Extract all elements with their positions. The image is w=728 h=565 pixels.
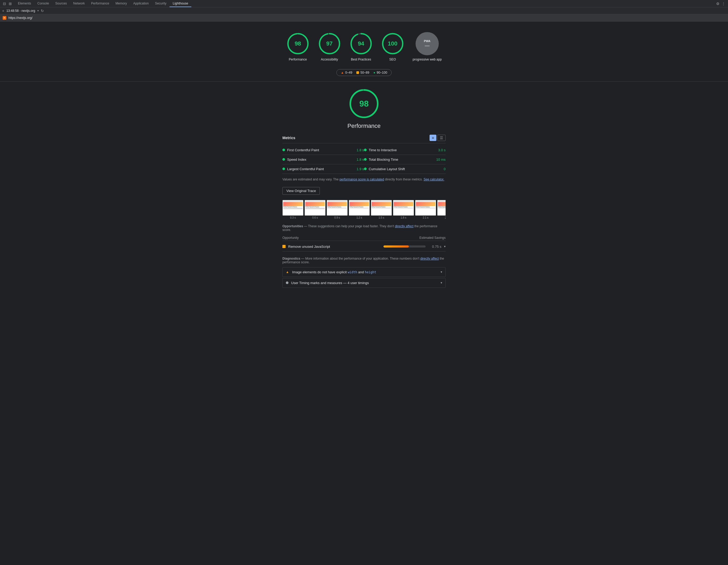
filmstrip-page-7: The React Framework for Production	[415, 200, 436, 216]
see-calculator-link[interactable]: See calculator.	[423, 178, 444, 181]
filmstrip-label-5: 1.5 s	[371, 216, 392, 219]
score-label-accessibility: Accessibility	[321, 57, 338, 62]
metric-cls: Cumulative Layout Shift 0	[364, 164, 446, 174]
perf-score-calc-link[interactable]: performance score is calculated	[340, 178, 384, 181]
metric-dot-tbt	[364, 158, 367, 161]
metrics-grid: First Contentful Paint 1.8 s Speed Index…	[282, 146, 446, 174]
code-width: width	[348, 271, 357, 274]
tab-application[interactable]: Application	[130, 0, 152, 7]
directly-affect-link-opps[interactable]: directly affect	[395, 225, 413, 228]
tab-elements[interactable]: Elements	[15, 0, 34, 7]
undock-icon[interactable]: ⊞	[8, 1, 13, 6]
devtools-right-controls: ⚙ ⋮	[715, 1, 726, 6]
filmstrip-thumb-1: The React Framework for Production	[282, 200, 303, 216]
metric-si: Speed Index 1.8 s	[282, 155, 364, 164]
diag-chevron-2[interactable]: ▾	[441, 281, 442, 284]
tab-performance[interactable]: Performance	[88, 0, 112, 7]
dock-icon[interactable]: ⊟	[2, 1, 7, 6]
toggle-treemap[interactable]: ≡	[430, 135, 436, 141]
session-chevron-icon[interactable]: ▾	[37, 9, 39, 12]
metrics-toggle: ≡ ☰	[430, 135, 446, 141]
filmstrip: The React Framework for Production 0.3 s…	[282, 200, 446, 219]
fp-header-6	[394, 201, 413, 202]
tab-memory[interactable]: Memory	[112, 0, 130, 7]
pwa-circle: PWA —	[416, 32, 439, 55]
filmstrip-page-3: The React Framework for Production	[327, 200, 347, 216]
legend-good-label: 90–100	[377, 71, 387, 74]
metric-name-tti: Time to Interactive	[369, 148, 436, 152]
score-pwa: PWA — progressive web app	[413, 32, 442, 62]
tab-network[interactable]: Network	[70, 0, 88, 7]
diagnostic-row-1[interactable]: ▲ Image elements do not have explicit wi…	[282, 267, 446, 277]
diagnostics-title: Diagnostics	[282, 257, 300, 261]
site-favicon: N	[3, 16, 6, 20]
large-score-circle: 98	[348, 88, 380, 119]
metric-fcp: First Contentful Paint 1.8 s	[282, 146, 364, 155]
fp-title-4: The React Framework for Production	[350, 207, 369, 208]
tab-sources[interactable]: Sources	[52, 0, 70, 7]
legend-good-icon: ●	[373, 71, 375, 74]
opp-chevron-1[interactable]: ▾	[444, 245, 446, 248]
filmstrip-label-2: 0.6 s	[305, 216, 326, 219]
fp-header-4	[350, 201, 369, 202]
view-trace-button[interactable]: View Original Trace	[282, 187, 320, 195]
tab-console[interactable]: Console	[34, 0, 52, 7]
opportunity-row-1[interactable]: Remove unused JavaScript 0.75 s ▾	[282, 242, 446, 252]
filmstrip-label-7: 2.1 s	[415, 216, 436, 219]
fp-text-2b	[305, 209, 325, 209]
metric-value-si: 1.8 s	[357, 158, 364, 162]
legend-average-label: 50–89	[360, 71, 369, 74]
fp-hero-7	[416, 202, 435, 206]
metric-dot-lcp	[282, 168, 285, 170]
directly-affect-link-diag[interactable]: directly affect	[420, 257, 439, 261]
devtools-tabs: Elements Console Sources Network Perform…	[15, 0, 191, 7]
metric-tbt: Total Blocking Time 10 ms	[364, 155, 446, 164]
diagnostic-row-2[interactable]: User Timing marks and measures — 4 user …	[282, 278, 446, 288]
fp-hero-4	[350, 202, 369, 206]
metric-name-fcp: First Contentful Paint	[287, 148, 355, 152]
fp-header-5	[372, 201, 391, 202]
fp-text-7a	[416, 208, 435, 208]
score-best-practices: 94 Best Practices	[350, 32, 373, 62]
filmstrip-page-8: The React Framework for Production	[437, 200, 446, 216]
metric-value-fcp: 1.8 s	[357, 148, 364, 152]
toggle-list[interactable]: ☰	[437, 135, 446, 141]
legend-fail-label: 0–49	[345, 71, 352, 74]
filmstrip-label-1: 0.3 s	[282, 216, 303, 219]
fp-text-3a	[327, 208, 347, 208]
fp-title-8: The React Framework for Production	[438, 207, 446, 208]
filmstrip-frame-6: The React Framework for Production 1.8 s	[393, 200, 414, 219]
filmstrip-page-4: The React Framework for Production	[349, 200, 370, 216]
metrics-header: Metrics ≡ ☰	[282, 135, 446, 143]
filmstrip-thumb-3: The React Framework for Production	[327, 200, 348, 216]
filmstrip-frame-3: The React Framework for Production 0.9 s	[327, 200, 348, 219]
tab-lighthouse[interactable]: Lighthouse	[169, 0, 191, 7]
fp-text-5a	[372, 208, 391, 208]
diag-chevron-1[interactable]: ▾	[441, 270, 442, 274]
legend-average-icon	[356, 71, 359, 74]
settings-icon[interactable]: ⚙	[715, 1, 720, 6]
metrics-title: Metrics	[282, 136, 295, 140]
more-icon[interactable]: ⋮	[721, 1, 726, 6]
metric-dot-cls	[364, 168, 367, 170]
warn-icon-1: ▲	[286, 270, 290, 274]
diag-name-2: User Timing marks and measures — 4 user …	[291, 281, 438, 285]
fp-header-8	[438, 201, 446, 202]
filmstrip-label-8: 2.4 s	[437, 216, 446, 219]
legend-box: ▲ 0–49 50–89 ● 90–100	[336, 69, 392, 76]
filmstrip-frame-1: The React Framework for Production 0.3 s	[282, 200, 303, 219]
fp-text-6a	[394, 208, 413, 208]
metric-tti: Time to Interactive 3.0 s	[364, 146, 446, 155]
filmstrip-thumb-2: The React Framework for Production	[305, 200, 326, 216]
large-score-wrapper: 98 Performance	[282, 88, 446, 129]
large-score-number: 98	[359, 99, 369, 108]
score-label-best-practices: Best Practices	[351, 57, 371, 62]
reload-icon[interactable]: ↻	[41, 9, 44, 13]
new-tab-icon[interactable]: +	[2, 9, 4, 13]
score-value-seo: 100	[388, 40, 397, 47]
fp-hero-8	[438, 202, 446, 206]
devtools-topbar: ⊟ ⊞ Elements Console Sources Network Per…	[0, 0, 728, 7]
url-text: https://nextjs.org/	[8, 16, 32, 20]
legend-good: ● 90–100	[373, 71, 387, 74]
tab-security[interactable]: Security	[152, 0, 169, 7]
